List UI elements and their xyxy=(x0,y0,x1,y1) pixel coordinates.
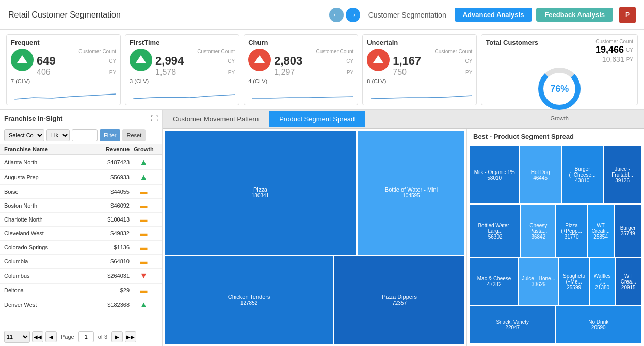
franchise-name: Boston North xyxy=(4,202,88,209)
growth-dash-icon: ▬ xyxy=(140,286,148,294)
table-row[interactable]: Cleveland West $49832 ▬ xyxy=(0,227,162,241)
franchise-name: Cleveland West xyxy=(4,230,88,237)
feedback-analysis-button[interactable]: Feedback Analysis xyxy=(536,8,613,22)
rt-wt-crea-num: 20915 xyxy=(621,285,636,290)
kpi-uncertain: Uncertain Customer Count 1,167 CY 750 PY xyxy=(362,34,477,105)
kpi-churn-clv: 4 (CLV) xyxy=(248,78,353,84)
nav-back-button[interactable]: ← xyxy=(329,8,344,22)
franchise-filter-button[interactable]: Filter xyxy=(100,129,120,141)
rt-bottled-water: Bottled Water - Larg... 56302 xyxy=(470,205,520,257)
kpi-uncertain-count-label: Customer Count xyxy=(393,49,472,54)
kpi-firsttime-sparkline xyxy=(130,86,235,102)
main-content: Franchise In-Sight ⛶ Select Co Lik Filte… xyxy=(0,110,644,346)
franchise-growth: ▬ xyxy=(130,201,158,210)
franchise-revenue: $264031 xyxy=(88,273,130,279)
kpi-firsttime: FirstTime Customer Count 2,994 CY 1,578 … xyxy=(125,34,239,105)
rt-bottled-water-label: Bottled Water - Larg... xyxy=(471,223,519,234)
franchise-table: Franchise Name Revenue Growth Atlanta No… xyxy=(0,144,162,327)
franchise-filter-input[interactable] xyxy=(72,129,98,141)
kpi-total-py-value: 10,631 xyxy=(602,55,624,64)
rt-bottled-water-num: 56302 xyxy=(488,234,503,240)
table-row[interactable]: Augusta Prep $56933 ▲ xyxy=(0,170,162,185)
kpi-firsttime-py-period: PY xyxy=(228,70,235,75)
growth-dash-icon: ▬ xyxy=(140,215,148,224)
franchise-company-select[interactable]: Select Co xyxy=(4,129,44,141)
kpi-total-cy-value: 19,466 xyxy=(595,44,624,55)
franchise-revenue: $64810 xyxy=(88,258,130,264)
rt-pizza-pepp-label: Pizza (+Pepp... xyxy=(557,223,585,234)
nav-forward-button[interactable]: → xyxy=(346,8,360,22)
rt-juice-fruit-label: Juice - Fruitabl... xyxy=(605,166,640,178)
tab-customer-movement[interactable]: Customer Movement Pattern xyxy=(163,111,269,127)
table-row[interactable]: Boston North $46092 ▬ xyxy=(0,199,162,213)
table-row[interactable]: Boise $44055 ▬ xyxy=(0,185,162,199)
page-size-select[interactable]: 11 xyxy=(4,331,30,343)
growth-up-icon: ▲ xyxy=(140,172,148,182)
advanced-analysis-button[interactable]: Advanced Analysis xyxy=(455,8,533,22)
rt-burger-num: 25749 xyxy=(621,231,635,237)
kpi-churn-py-period: PY xyxy=(347,70,353,75)
kpi-total-count-label: Customer Count xyxy=(595,39,633,44)
kpi-firsttime-py-value: 1,578 xyxy=(155,68,176,77)
franchise-revenue: $487423 xyxy=(88,159,130,165)
rt-snack-num: 22047 xyxy=(505,325,520,331)
growth-dash-icon: ▬ xyxy=(140,257,148,265)
rt-cheesy-pasta-num: 36842 xyxy=(531,234,545,240)
tm-pizza-num: 180341 xyxy=(252,193,269,198)
tm-pizza: Pizza 180341 xyxy=(165,131,356,255)
page-last-button[interactable]: ▶▶ xyxy=(125,331,136,342)
kpi-frequent-cy-period: CY xyxy=(109,58,116,64)
growth-up-icon: ▲ xyxy=(140,158,148,167)
page-next-button[interactable]: ▶ xyxy=(111,331,123,342)
rt-juice-hone: Juice - Hone... 33629 xyxy=(519,258,558,305)
franchise-like-select[interactable]: Lik xyxy=(46,129,70,141)
growth-dash-icon: ▬ xyxy=(140,201,148,210)
expand-icon[interactable]: ⛶ xyxy=(151,114,158,122)
franchise-reset-button[interactable]: Reset xyxy=(122,129,146,141)
kpi-uncertain-clv: 8 (CLV) xyxy=(367,78,472,84)
franchise-name: Augusta Prep xyxy=(4,174,88,180)
rt-snack: Snack: Variety 22047 xyxy=(470,306,555,343)
kpi-churn: Churn Customer Count 2,803 CY 1,297 PY xyxy=(244,34,358,105)
rt-mac-cheese-label: Mac & Cheese xyxy=(477,276,511,281)
growth-text-label: Growth xyxy=(486,115,633,121)
franchise-header: Franchise In-Sight ⛶ xyxy=(0,110,162,127)
rt-spaghetti-num: 25599 xyxy=(567,285,581,290)
franchise-filters: Select Co Lik Filter Reset xyxy=(0,127,162,144)
svg-marker-1 xyxy=(136,55,146,63)
growth-donut: 76% xyxy=(486,66,633,112)
rt-hotdog: Hot Dog 46445 xyxy=(520,146,560,203)
rt-spaghetti: Spaghetti (+Me... 25599 xyxy=(559,258,588,305)
growth-dash-icon: ▬ xyxy=(140,229,148,238)
ppt-export-button[interactable]: P xyxy=(619,7,636,23)
rt-milk-label: Milk - Organic 1% xyxy=(474,169,515,175)
table-row[interactable]: Deltona $29 ▬ xyxy=(0,284,162,297)
table-row[interactable]: Columbus $264031 ▼ xyxy=(0,269,162,284)
rt-cheesy-pasta-label: Cheesy Pasta... xyxy=(522,223,554,234)
table-row[interactable]: Columbia $64810 ▬ xyxy=(0,255,162,269)
table-row[interactable]: Charlotte North $100413 ▬ xyxy=(0,213,162,227)
franchise-name: Colorado Springs xyxy=(4,244,88,250)
franchise-growth: ▲ xyxy=(130,158,158,167)
franchise-name: Atlanta North xyxy=(4,159,88,165)
kpi-total: Total Customers Customer Count 19,466 CY… xyxy=(481,34,638,105)
table-row[interactable]: Denver West $182368 ▲ xyxy=(0,297,162,312)
rt-waffles: Waffles (... 21380 xyxy=(590,258,615,305)
kpi-frequent-icon xyxy=(11,49,34,71)
franchise-growth: ▲ xyxy=(130,300,158,309)
kpi-frequent-title: Frequent xyxy=(11,39,116,46)
tm-pizza-label: Pizza xyxy=(251,186,269,193)
tm-bottle-water-label: Bottle of Water - Mini xyxy=(383,186,440,193)
table-row[interactable]: Atlanta North $487423 ▲ xyxy=(0,155,162,170)
rt-wt-creati-label: WT Creati... xyxy=(589,223,613,234)
tab-product-segment[interactable]: Product Segment Spread xyxy=(269,111,365,127)
page-number-input[interactable] xyxy=(78,331,94,342)
franchise-growth: ▲ xyxy=(130,172,158,182)
kpi-uncertain-title: Uncertain xyxy=(367,39,472,46)
table-row[interactable]: Colorado Springs $1136 ▬ xyxy=(0,241,162,255)
page-prev-button[interactable]: ◀ xyxy=(45,331,57,342)
franchise-growth: ▬ xyxy=(130,243,158,251)
rt-wt-crea: WT Crea... 20915 xyxy=(616,258,641,305)
kpi-total-py-period: PY xyxy=(626,57,633,62)
page-first-button[interactable]: ◀◀ xyxy=(32,331,43,342)
